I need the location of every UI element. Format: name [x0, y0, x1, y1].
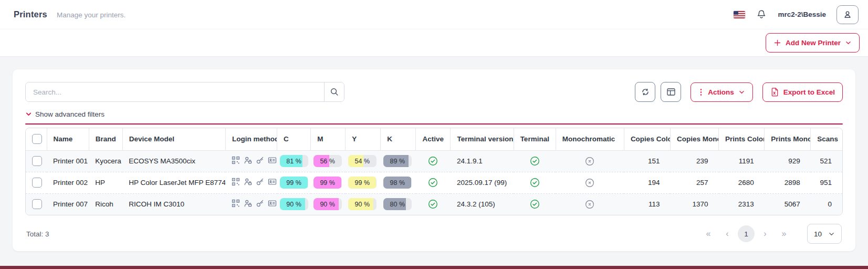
next-page-button[interactable]: › [756, 229, 775, 239]
row-checkbox[interactable] [32, 156, 42, 166]
disabled-x-icon [585, 178, 594, 188]
toner-y-badge: 90 % [348, 198, 377, 210]
col-header-c[interactable]: C [277, 128, 311, 150]
toner-c-badge: 90 % [280, 198, 308, 210]
toner-m-badge: 99 % [313, 177, 342, 189]
cell-prints_color: 2313 [719, 193, 765, 215]
cell-check [26, 172, 47, 193]
refresh-button[interactable] [635, 82, 655, 102]
user-menu-button[interactable] [836, 5, 859, 24]
user-pin-icon [244, 178, 252, 186]
col-header-name[interactable]: Name [47, 128, 89, 150]
action-bar: Add New Printer [0, 29, 868, 57]
page-size-select[interactable]: 10 [807, 224, 842, 244]
cell-y: 90 % [346, 193, 381, 215]
prev-page-button[interactable]: ‹ [718, 229, 737, 239]
cell-active [416, 172, 451, 193]
toner-m-badge: 90 % [313, 198, 342, 210]
cell-k: 98 % [381, 172, 416, 193]
col-header-model[interactable]: Device Model [122, 128, 225, 150]
chevron-down-icon [828, 231, 835, 237]
export-to-excel-button[interactable]: Export to Excel [762, 82, 843, 102]
cell-y: 99 % [346, 172, 381, 193]
cell-c: 81 % [277, 150, 311, 172]
col-header-login[interactable]: Login methods [225, 128, 277, 150]
key-icon [256, 178, 264, 186]
col-header-y[interactable]: Y [346, 128, 381, 150]
printers-page: Printers Manage your printers. mrc2-2\Be… [0, 0, 868, 269]
cell-brand: Ricoh [89, 193, 122, 215]
col-header-monochromatic[interactable]: Monochromatic [556, 128, 624, 150]
select-all-checkbox[interactable] [32, 134, 42, 144]
cell-monochromatic [556, 193, 624, 215]
cell-m: 90 % [311, 193, 346, 215]
search-button[interactable] [324, 82, 344, 101]
cell-copies_color: 151 [624, 150, 670, 172]
col-header-prints_mono[interactable]: Prints Mono [765, 128, 811, 150]
qr-code-icon [232, 178, 240, 186]
col-header-terminal[interactable]: Terminal [514, 128, 556, 150]
disabled-x-icon [585, 200, 594, 209]
page-title: Printers [14, 9, 47, 19]
toner-c-badge: 99 % [280, 177, 308, 189]
toner-m-badge: 56 % [313, 155, 342, 167]
col-header-scans[interactable]: Scans [811, 128, 842, 150]
cell-scans: 0 [811, 193, 842, 215]
login-methods [232, 156, 277, 164]
cell-copies_mono: 257 [670, 172, 718, 193]
cell-scans: 951 [811, 172, 842, 193]
search-group [25, 82, 344, 102]
table-header-row: NameBrandDevice ModelLogin methodsCMYKAc… [26, 128, 842, 150]
cell-m: 56 % [311, 150, 346, 172]
col-header-check[interactable] [26, 128, 47, 150]
last-page-button[interactable]: » [775, 229, 793, 239]
col-header-copies_mono[interactable]: Copies Mono [670, 128, 718, 150]
id-card-icon [268, 199, 277, 208]
page-content: Actions Export to [0, 57, 868, 264]
toner-y-badge: 99 % [348, 177, 377, 189]
col-header-prints_color[interactable]: Prints Color [719, 128, 765, 150]
excel-file-icon [770, 87, 779, 97]
col-header-terminal_version[interactable]: Terminal version [451, 128, 514, 150]
enabled-check-icon [428, 199, 438, 209]
notifications-bell-icon[interactable] [756, 9, 767, 20]
user-pin-icon [244, 199, 252, 208]
add-new-printer-button[interactable]: Add New Printer [766, 33, 860, 53]
advanced-filters-toggle[interactable]: Show advanced filters [25, 110, 104, 118]
current-page-button[interactable]: 1 [738, 225, 755, 242]
cell-terminal [514, 193, 556, 215]
cell-copies_color: 113 [624, 193, 670, 215]
toner-k-badge: 98 % [383, 177, 412, 189]
toner-k-badge: 89 % [383, 155, 412, 167]
cell-check [26, 193, 47, 215]
column-settings-button[interactable] [661, 82, 681, 102]
enabled-check-icon [530, 178, 540, 188]
col-header-brand[interactable]: Brand [89, 128, 122, 150]
col-header-m[interactable]: M [311, 128, 346, 150]
table-row: Printer 002HPHP Color LaserJet MFP E8774… [26, 172, 842, 193]
total-count: Total: 3 [26, 230, 49, 238]
chevron-down-icon [845, 39, 852, 46]
col-header-k[interactable]: K [381, 128, 416, 150]
enabled-check-icon [530, 199, 540, 209]
actions-button[interactable]: Actions [691, 82, 753, 102]
toner-k-badge: 80 % [383, 198, 412, 210]
cell-check [26, 150, 47, 172]
cell-name: Printer 002 [47, 172, 89, 193]
language-flag-icon[interactable] [734, 11, 745, 18]
col-header-active[interactable]: Active [416, 128, 451, 150]
enabled-check-icon [428, 178, 438, 188]
row-checkbox[interactable] [32, 178, 42, 188]
row-checkbox[interactable] [32, 199, 42, 209]
chevron-down-icon [738, 89, 745, 96]
first-page-button[interactable]: « [699, 229, 718, 239]
qr-code-icon [232, 199, 240, 208]
refresh-icon [641, 87, 650, 97]
cell-active [416, 193, 451, 215]
toner-y-badge: 54 % [348, 155, 377, 167]
col-header-copies_color[interactable]: Copies Color [624, 128, 670, 150]
cell-monochromatic [556, 150, 624, 172]
cell-login [225, 193, 277, 215]
search-input[interactable] [26, 82, 324, 101]
cell-copies_mono: 239 [670, 150, 718, 172]
